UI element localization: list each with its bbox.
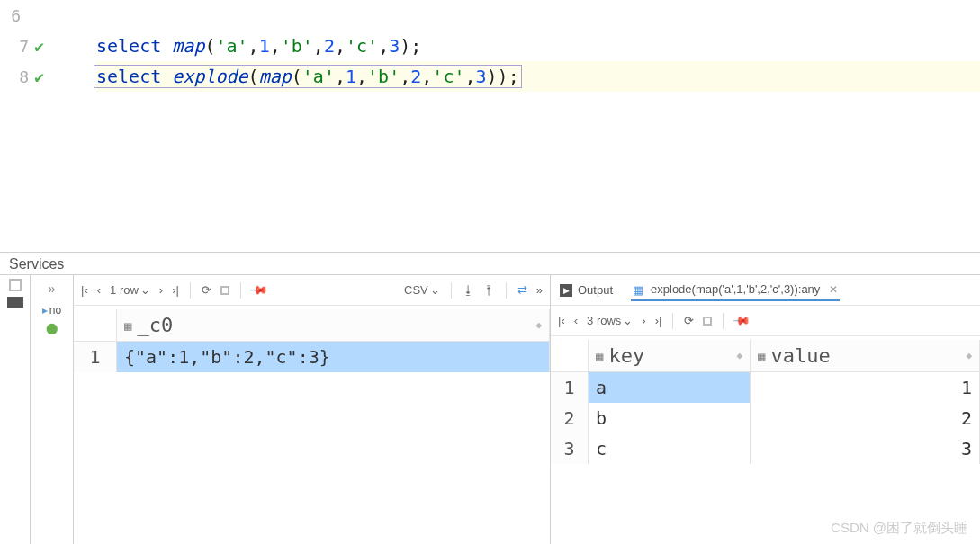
row-number[interactable]: 3 bbox=[551, 433, 589, 464]
more-icon[interactable]: » bbox=[536, 283, 543, 297]
left-toolbar: |‹ ‹ 1 row ⌄ › ›| ⟳ 📌 CSV ⌄ ⭳ ⭱ ⇄ » bbox=[74, 275, 550, 306]
sort-icon[interactable]: ◆ bbox=[966, 350, 972, 361]
refresh-icon[interactable]: ⟳ bbox=[202, 283, 211, 297]
tree-item-icon[interactable]: ⬤ bbox=[46, 322, 58, 334]
refresh-icon[interactable]: ⟳ bbox=[684, 314, 694, 327]
services-body: » ▸no ⬤ |‹ ‹ 1 row ⌄ › ›| ⟳ 📌 CSV ⌄ ⭳ ⭱ … bbox=[0, 275, 980, 544]
sort-icon[interactable]: ◆ bbox=[736, 350, 742, 361]
tab-bar: ▶ Output ▦ explode(map('a',1,'b',2,'c',3… bbox=[551, 275, 980, 306]
prev-page-icon[interactable]: ‹ bbox=[574, 314, 578, 327]
sort-icon[interactable]: ◆ bbox=[535, 319, 542, 331]
code-line-6[interactable] bbox=[96, 0, 980, 31]
chevron-down-icon: ⌄ bbox=[623, 314, 633, 327]
code-area[interactable]: select map('a',1,'b',2,'c',3); select ex… bbox=[49, 0, 980, 252]
expand-icon[interactable]: » bbox=[42, 279, 62, 299]
right-toolbar: |‹ ‹ 3 rows ⌄ › ›| ⟳ 📌 bbox=[551, 306, 980, 336]
table-row[interactable]: 3 c 3 bbox=[551, 433, 980, 464]
cell-key[interactable]: a bbox=[589, 372, 751, 403]
line-number: 6 bbox=[11, 6, 21, 25]
tab-output[interactable]: ▶ Output bbox=[558, 280, 615, 300]
cell-key[interactable]: c bbox=[589, 433, 751, 464]
table-row[interactable]: 1 {"a":1,"b":2,"c":3} bbox=[74, 342, 550, 372]
close-icon[interactable]: ✕ bbox=[829, 283, 838, 296]
pin-icon[interactable]: 📌 bbox=[734, 314, 749, 327]
gutter-line[interactable]: 6 bbox=[0, 0, 49, 31]
tool-strip bbox=[0, 275, 31, 544]
row-number[interactable]: 2 bbox=[551, 403, 589, 433]
download-icon[interactable]: ⭳ bbox=[463, 283, 474, 297]
stop-icon[interactable] bbox=[9, 279, 22, 291]
table-row[interactable]: 2 b 2 bbox=[551, 403, 980, 433]
pin-icon[interactable]: 📌 bbox=[252, 283, 266, 297]
next-page-icon[interactable]: › bbox=[159, 283, 163, 297]
column-header-key[interactable]: ▦ key ◆ bbox=[589, 340, 751, 371]
cell[interactable]: {"a":1,"b":2,"c":3} bbox=[117, 342, 550, 372]
column-icon: ▦ bbox=[758, 349, 765, 363]
right-grid: ▦ key ◆ ▦ value ◆ 1 a 1 2 b 2 bbox=[551, 336, 980, 468]
first-page-icon[interactable]: |‹ bbox=[81, 283, 88, 297]
gutter: 6 7 ✔ 8 ✔ bbox=[0, 0, 49, 252]
chevron-down-icon: ⌄ bbox=[140, 283, 150, 297]
row-number-header[interactable] bbox=[551, 340, 589, 371]
next-page-icon[interactable]: › bbox=[642, 314, 645, 327]
cell-key[interactable]: b bbox=[589, 403, 751, 433]
line-number: 7 bbox=[19, 37, 29, 56]
last-page-icon[interactable]: ›| bbox=[172, 283, 179, 297]
prev-page-icon[interactable]: ‹ bbox=[97, 283, 101, 297]
column-icon: ▦ bbox=[124, 318, 131, 333]
grid-header: ▦ key ◆ ▦ value ◆ bbox=[551, 340, 980, 372]
gutter-line[interactable]: 8 ✔ bbox=[0, 61, 49, 92]
code-line-8[interactable]: select explode(map('a',1,'b',2,'c',3)); bbox=[96, 61, 980, 92]
watermark: CSDN @困了就倒头睡 bbox=[831, 520, 967, 537]
left-result-panel: |‹ ‹ 1 row ⌄ › ›| ⟳ 📌 CSV ⌄ ⭳ ⭱ ⇄ » ▦ bbox=[74, 275, 551, 544]
cell-value[interactable]: 2 bbox=[751, 403, 980, 433]
left-grid: ▦ _c0 ◆ 1 {"a":1,"b":2,"c":3} bbox=[74, 306, 550, 376]
last-page-icon[interactable]: ›| bbox=[655, 314, 662, 327]
column-header-value[interactable]: ▦ value ◆ bbox=[751, 340, 980, 371]
panel-icon[interactable] bbox=[7, 297, 23, 308]
stop-button-icon[interactable] bbox=[220, 286, 229, 295]
row-number-header[interactable] bbox=[74, 309, 117, 341]
table-icon: ▦ bbox=[633, 283, 645, 296]
stop-button-icon[interactable] bbox=[703, 317, 712, 326]
gutter-line[interactable]: 7 ✔ bbox=[0, 31, 49, 61]
check-icon: ✔ bbox=[34, 67, 44, 86]
table-row[interactable]: 1 a 1 bbox=[551, 372, 980, 403]
column-header-c0[interactable]: ▦ _c0 ◆ bbox=[117, 309, 550, 341]
column-icon: ▦ bbox=[596, 349, 603, 363]
grid-header: ▦ _c0 ◆ bbox=[74, 309, 550, 342]
first-page-icon[interactable]: |‹ bbox=[558, 314, 565, 327]
tree-item[interactable]: ▸no bbox=[42, 304, 61, 317]
cell-value[interactable]: 3 bbox=[751, 433, 980, 464]
row-count-dropdown[interactable]: 3 rows ⌄ bbox=[587, 314, 633, 327]
side-tree: » ▸no ⬤ bbox=[31, 275, 74, 544]
export-format-dropdown[interactable]: CSV ⌄ bbox=[404, 283, 440, 297]
chevron-down-icon: ⌄ bbox=[430, 283, 440, 297]
line-number: 8 bbox=[19, 67, 29, 86]
upload-icon[interactable]: ⭱ bbox=[483, 283, 495, 297]
output-icon: ▶ bbox=[560, 284, 572, 297]
check-icon: ✔ bbox=[34, 37, 44, 56]
code-line-7[interactable]: select map('a',1,'b',2,'c',3); bbox=[96, 31, 980, 61]
row-number[interactable]: 1 bbox=[74, 342, 117, 372]
row-count-dropdown[interactable]: 1 row ⌄ bbox=[110, 283, 150, 297]
compare-icon[interactable]: ⇄ bbox=[517, 283, 527, 297]
right-result-panel: ▶ Output ▦ explode(map('a',1,'b',2,'c',3… bbox=[551, 275, 980, 544]
services-header[interactable]: Services bbox=[0, 253, 980, 275]
row-number[interactable]: 1 bbox=[551, 372, 589, 403]
tab-explode-result[interactable]: ▦ explode(map('a',1,'b',2,'c',3)):any ✕ bbox=[631, 279, 840, 301]
code-editor: 6 7 ✔ 8 ✔ select map('a',1,'b',2,'c',3);… bbox=[0, 0, 980, 252]
cell-value[interactable]: 1 bbox=[751, 372, 980, 403]
